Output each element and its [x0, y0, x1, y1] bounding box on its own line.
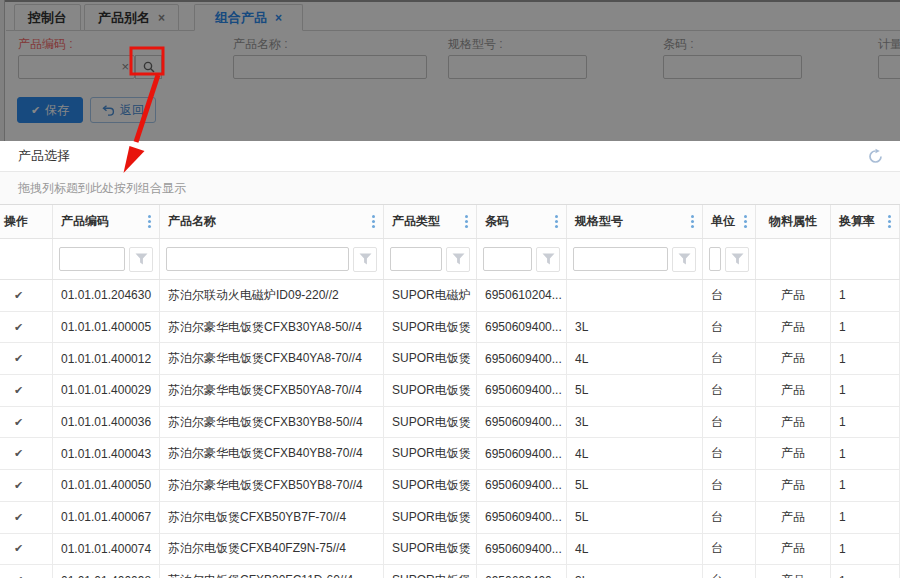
- cell-spec: 4L: [567, 534, 703, 565]
- check-icon: ✔: [14, 289, 23, 302]
- select-row-button[interactable]: ✔: [0, 470, 53, 501]
- funnel-icon: [731, 253, 744, 265]
- column-menu-icon[interactable]: [744, 215, 747, 228]
- cell-attr: 产品: [756, 407, 831, 438]
- column-menu-icon[interactable]: [555, 215, 558, 228]
- cell-name: 苏泊尔豪华电饭煲CFXB50YB8-70//4: [160, 470, 384, 501]
- product-row[interactable]: ✔01.01.01.400029苏泊尔豪华电饭煲CFXB50YA8-70//4S…: [0, 375, 900, 407]
- cell-spec: 3L: [567, 407, 703, 438]
- cell-barcode: 6950609400...: [477, 312, 567, 343]
- cell-type: SUPOR电饭煲: [384, 438, 477, 469]
- cell-barcode: 6950609400...: [477, 502, 567, 533]
- product-row[interactable]: ✔01.01.01.400067苏泊尔电饭煲CFXB50YB7F-70//4SU…: [0, 502, 900, 534]
- product-row[interactable]: ✔01.01.01.400050苏泊尔豪华电饭煲CFXB50YB8-70//4S…: [0, 470, 900, 502]
- cell-rate: 1: [831, 280, 900, 311]
- filter-cell-rate: [831, 239, 900, 279]
- column-header-code[interactable]: 产品编码: [53, 205, 160, 238]
- cell-name: 苏泊尔电饭煲CFXB40FZ9N-75//4: [160, 534, 384, 565]
- column-menu-icon[interactable]: [148, 215, 151, 228]
- select-row-button[interactable]: ✔: [0, 502, 53, 533]
- filter-input-name[interactable]: [166, 247, 349, 271]
- group-drop-zone[interactable]: 拖拽列标题到此处按列组合显示: [0, 172, 900, 205]
- cell-type: SUPOR电饭煲: [384, 343, 477, 374]
- cell-unit: 台: [703, 280, 756, 311]
- cell-unit: 台: [703, 407, 756, 438]
- product-row[interactable]: ✔01.01.01.204630苏泊尔联动火电磁炉ID09-220//2SUPO…: [0, 280, 900, 312]
- column-menu-icon[interactable]: [691, 215, 694, 228]
- check-icon: ✔: [14, 321, 23, 334]
- filter-funnel-button[interactable]: [129, 247, 153, 272]
- column-header-attr[interactable]: 物料属性: [756, 205, 831, 238]
- select-row-button[interactable]: ✔: [0, 280, 53, 311]
- cell-rate: 1: [831, 375, 900, 406]
- filter-cell-barcode: [477, 239, 567, 279]
- product-row[interactable]: ✔01.01.01.400043苏泊尔豪华电饭煲CFXB40YB8-70//4S…: [0, 438, 900, 470]
- cell-rate: 1: [831, 470, 900, 501]
- column-menu-icon[interactable]: [372, 215, 375, 228]
- select-row-button[interactable]: ✔: [0, 565, 53, 578]
- filter-input-spec[interactable]: [573, 247, 668, 271]
- column-header-name[interactable]: 产品名称: [160, 205, 384, 238]
- cell-attr: 产品: [756, 470, 831, 501]
- cell-rate: 1: [831, 438, 900, 469]
- cell-type: SUPOR电饭煲: [384, 565, 477, 578]
- cell-spec: 3L: [567, 312, 703, 343]
- cell-rate: 1: [831, 502, 900, 533]
- product-row[interactable]: ✔01.01.01.400098苏泊尔电饭煲CFXB30FC11D-60//4S…: [0, 565, 900, 578]
- cell-code: 01.01.01.400043: [53, 438, 160, 469]
- filter-input-code[interactable]: [59, 247, 125, 271]
- cell-type: SUPOR电磁炉: [384, 280, 477, 311]
- cell-name: 苏泊尔电饭煲CFXB30FC11D-60//4: [160, 565, 384, 578]
- filter-funnel-button[interactable]: [536, 247, 560, 272]
- cell-code: 01.01.01.400098: [53, 565, 160, 578]
- filter-funnel-button[interactable]: [725, 247, 749, 272]
- grid-body: ✔01.01.01.204630苏泊尔联动火电磁炉ID09-220//2SUPO…: [0, 280, 900, 578]
- cell-unit: 台: [703, 438, 756, 469]
- product-row[interactable]: ✔01.01.01.400012苏泊尔豪华电饭煲CFXB40YA8-70//4S…: [0, 343, 900, 375]
- column-header-type[interactable]: 产品类型: [384, 205, 477, 238]
- column-menu-icon[interactable]: [465, 215, 468, 228]
- filter-cell-spec: [567, 239, 703, 279]
- check-icon: ✔: [14, 352, 23, 365]
- filter-input-type[interactable]: [390, 247, 442, 271]
- cell-unit: 台: [703, 375, 756, 406]
- column-header-rate[interactable]: 换算率: [831, 205, 900, 238]
- column-header-unit[interactable]: 单位: [703, 205, 756, 238]
- filter-funnel-button[interactable]: [446, 247, 470, 272]
- cell-type: SUPOR电饭煲: [384, 470, 477, 501]
- cell-type: SUPOR电饭煲: [384, 534, 477, 565]
- select-row-button[interactable]: ✔: [0, 438, 53, 469]
- filter-funnel-button[interactable]: [672, 247, 696, 272]
- cell-barcode: 6950610204...: [477, 280, 567, 311]
- filter-input-barcode[interactable]: [483, 247, 532, 271]
- cell-name: 苏泊尔豪华电饭煲CFXB40YA8-70//4: [160, 343, 384, 374]
- select-row-button[interactable]: ✔: [0, 312, 53, 343]
- column-title: 产品编码: [61, 213, 109, 230]
- cell-type: SUPOR电饭煲: [384, 407, 477, 438]
- select-row-button[interactable]: ✔: [0, 343, 53, 374]
- filter-input-unit[interactable]: [709, 247, 721, 271]
- column-header-barcode[interactable]: 条码: [477, 205, 567, 238]
- filter-funnel-button[interactable]: [353, 247, 377, 272]
- select-row-button[interactable]: ✔: [0, 534, 53, 565]
- grid-filter-row: [0, 239, 900, 280]
- dialog-title: 产品选择: [18, 147, 70, 165]
- column-title: 产品名称: [168, 213, 216, 230]
- cell-code: 01.01.01.400074: [53, 534, 160, 565]
- grid-header-row: 操作产品编码产品名称产品类型条码规格型号单位物料属性换算率: [0, 205, 900, 239]
- column-header-spec[interactable]: 规格型号: [567, 205, 703, 238]
- select-row-button[interactable]: ✔: [0, 375, 53, 406]
- product-row[interactable]: ✔01.01.01.400036苏泊尔豪华电饭煲CFXB30YB8-50//4S…: [0, 407, 900, 439]
- cell-unit: 台: [703, 470, 756, 501]
- cell-barcode: 6950609400...: [477, 375, 567, 406]
- product-row[interactable]: ✔01.01.01.400005苏泊尔豪华电饭煲CFXB30YA8-50//4S…: [0, 312, 900, 344]
- select-row-button[interactable]: ✔: [0, 407, 53, 438]
- product-select-dialog: 产品选择 拖拽列标题到此处按列组合显示 操作产品编码产品名称产品类型条码规格型号…: [0, 141, 900, 578]
- modal-backdrop: [0, 0, 900, 141]
- cell-rate: 1: [831, 407, 900, 438]
- refresh-icon[interactable]: [867, 148, 884, 165]
- product-row[interactable]: ✔01.01.01.400074苏泊尔电饭煲CFXB40FZ9N-75//4SU…: [0, 534, 900, 566]
- cell-barcode: 6950609400...: [477, 343, 567, 374]
- column-header-op[interactable]: 操作: [0, 205, 53, 238]
- column-menu-icon[interactable]: [888, 215, 891, 228]
